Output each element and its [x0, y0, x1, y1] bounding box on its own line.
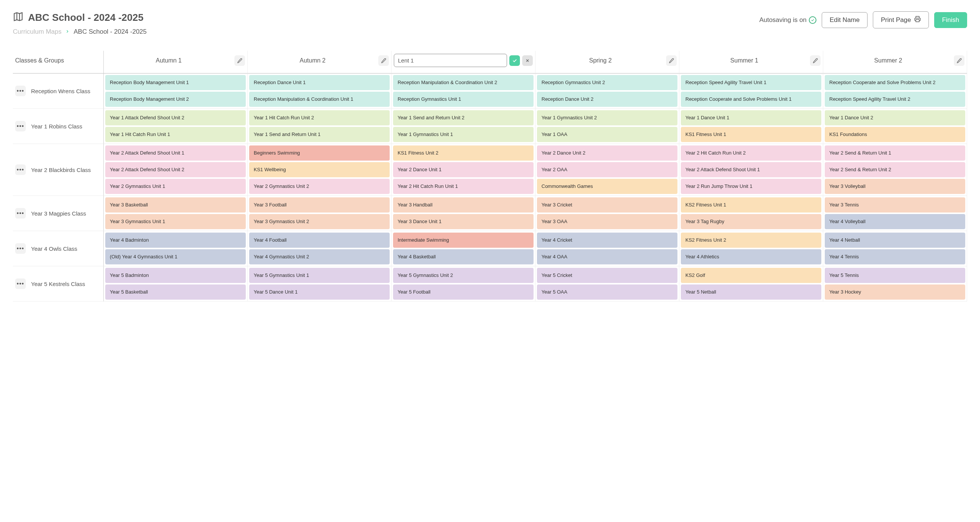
unit-chip[interactable]: Year 1 Send and Return Unit 1 — [249, 127, 390, 142]
unit-chip[interactable]: Year 3 Cricket — [537, 197, 678, 213]
unit-chip[interactable]: Reception Manipulation & Coordination Un… — [249, 92, 390, 107]
unit-chip[interactable]: KS1 Fitness Unit 1 — [681, 127, 821, 142]
unit-chip[interactable]: Year 2 Send & Return Unit 1 — [825, 145, 965, 161]
unit-chip[interactable]: Year 1 Dance Unit 1 — [681, 110, 821, 126]
row-more-button[interactable]: ••• — [15, 164, 26, 175]
unit-chip[interactable]: Year 5 Basketball — [105, 285, 246, 300]
unit-chip[interactable]: Year 5 Cricket — [537, 268, 678, 283]
unit-chip[interactable]: Year 5 Gymnastics Unit 2 — [393, 268, 533, 283]
unit-chip[interactable]: Reception Gymnastics Unit 2 — [537, 75, 678, 90]
unit-chip[interactable]: Year 4 Football — [249, 232, 390, 248]
unit-chip[interactable]: Year 5 Football — [393, 285, 533, 300]
unit-chip[interactable]: Year 2 Gymnastics Unit 2 — [249, 179, 390, 194]
unit-chip[interactable]: Year 3 Tennis — [825, 197, 965, 213]
unit-chip[interactable]: Year 4 OAA — [537, 249, 678, 264]
class-name: Year 3 Magpies Class — [31, 210, 86, 217]
unit-chip[interactable]: KS1 Wellbeing — [249, 162, 390, 177]
breadcrumb-root[interactable]: Curriculum Maps — [13, 28, 61, 36]
unit-chip[interactable]: Year 5 Dance Unit 1 — [249, 285, 390, 300]
unit-chip[interactable]: Year 4 Netball — [825, 232, 965, 248]
unit-chip[interactable]: Year 1 OAA — [537, 127, 678, 142]
unit-chip[interactable]: Year 2 Hit Catch Run Unit 2 — [681, 145, 821, 161]
unit-chip[interactable]: Year 2 OAA — [537, 162, 678, 177]
unit-chip[interactable]: Year 4 Athletics — [681, 249, 821, 264]
unit-chip[interactable]: Year 1 Attack Defend Shoot Unit 2 — [105, 110, 246, 126]
unit-chip[interactable]: Reception Speed Agility Travel Unit 1 — [681, 75, 821, 90]
unit-chip[interactable]: Year 4 Gymnastics Unit 2 — [249, 249, 390, 264]
unit-chip[interactable]: Reception Manipulation & Coordination Un… — [393, 75, 533, 90]
unit-chip[interactable]: Year 5 Badminton — [105, 268, 246, 283]
unit-chip[interactable]: KS2 Golf — [681, 268, 821, 283]
unit-chip[interactable]: Commonwealth Games — [537, 179, 678, 194]
unit-chip[interactable]: Reception Cooperate and Solve Problems U… — [825, 75, 965, 90]
term-name-input[interactable] — [394, 54, 507, 67]
grid-cell: Year 4 FootballYear 4 Gymnastics Unit 2 — [248, 231, 391, 266]
unit-chip[interactable]: Reception Cooperate and Solve Problems U… — [681, 92, 821, 107]
edit-term-button[interactable] — [234, 55, 245, 66]
unit-chip[interactable]: Year 2 Dance Unit 1 — [393, 162, 533, 177]
row-more-button[interactable]: ••• — [15, 86, 26, 96]
unit-chip[interactable]: Intermediate Swimming — [393, 232, 533, 248]
unit-chip[interactable]: Reception Body Management Unit 2 — [105, 92, 246, 107]
confirm-rename-button[interactable] — [509, 55, 520, 66]
unit-chip[interactable]: Year 5 Tennis — [825, 268, 965, 283]
cancel-rename-button[interactable] — [522, 55, 533, 66]
row-more-button[interactable]: ••• — [15, 121, 26, 131]
unit-chip[interactable]: Reception Body Management Unit 1 — [105, 75, 246, 90]
unit-chip[interactable]: (Old) Year 4 Gymnastics Unit 1 — [105, 249, 246, 264]
unit-chip[interactable]: Year 4 Basketball — [393, 249, 533, 264]
edit-term-button[interactable] — [666, 55, 677, 66]
grid-cell: Reception Dance Unit 1Reception Manipula… — [248, 73, 391, 109]
unit-chip[interactable]: Year 4 Volleyball — [825, 214, 965, 229]
edit-term-button[interactable] — [954, 55, 964, 66]
unit-chip[interactable]: Year 1 Hit Catch Run Unit 2 — [249, 110, 390, 126]
unit-chip[interactable]: Reception Gymnastics Unit 1 — [393, 92, 533, 107]
unit-chip[interactable]: Year 2 Attack Defend Shoot Unit 1 — [681, 162, 821, 177]
unit-chip[interactable]: Year 2 Send & Return Unit 2 — [825, 162, 965, 177]
unit-chip[interactable]: Year 1 Send and Return Unit 2 — [393, 110, 533, 126]
unit-chip[interactable]: Year 3 Volleyball — [825, 179, 965, 194]
grid-cell: Year 3 CricketYear 3 OAA — [535, 196, 679, 231]
unit-chip[interactable]: Year 2 Hit Catch Run Unit 1 — [393, 179, 533, 194]
unit-chip[interactable]: KS1 Foundations — [825, 127, 965, 142]
unit-chip[interactable]: Year 4 Tennis — [825, 249, 965, 264]
unit-chip[interactable]: Year 3 Gymnastics Unit 1 — [105, 214, 246, 229]
unit-chip[interactable]: KS2 Fitness Unit 1 — [681, 197, 821, 213]
unit-chip[interactable]: Year 5 OAA — [537, 285, 678, 300]
unit-chip[interactable]: KS1 Fitness Unit 2 — [393, 145, 533, 161]
unit-chip[interactable]: Year 4 Cricket — [537, 232, 678, 248]
unit-chip[interactable]: Reception Speed Agility Travel Unit 2 — [825, 92, 965, 107]
unit-chip[interactable]: Year 1 Gymnastics Unit 2 — [537, 110, 678, 126]
row-more-button[interactable]: ••• — [15, 279, 26, 289]
unit-chip[interactable]: Reception Dance Unit 1 — [249, 75, 390, 90]
unit-chip[interactable]: Year 2 Gymnastics Unit 1 — [105, 179, 246, 194]
unit-chip[interactable]: Year 2 Run Jump Throw Unit 1 — [681, 179, 821, 194]
finish-button[interactable]: Finish — [934, 12, 967, 28]
unit-chip[interactable]: Year 3 Dance Unit 1 — [393, 214, 533, 229]
edit-term-button[interactable] — [378, 55, 389, 66]
unit-chip[interactable]: Year 3 Hockey — [825, 285, 965, 300]
unit-chip[interactable]: Year 3 Tag Rugby — [681, 214, 821, 229]
unit-chip[interactable]: KS2 Fitness Unit 2 — [681, 232, 821, 248]
print-page-button[interactable]: Print Page — [873, 11, 929, 29]
unit-chip[interactable]: Year 3 Gymnastics Unit 2 — [249, 214, 390, 229]
unit-chip[interactable]: Year 4 Badminton — [105, 232, 246, 248]
unit-chip[interactable]: Year 5 Gymnastics Unit 1 — [249, 268, 390, 283]
row-more-button[interactable]: ••• — [15, 243, 26, 254]
unit-chip[interactable]: Year 3 Football — [249, 197, 390, 213]
unit-chip[interactable]: Year 1 Gymnastics Unit 1 — [393, 127, 533, 142]
unit-chip[interactable]: Year 2 Attack Defend Shoot Unit 2 — [105, 162, 246, 177]
unit-chip[interactable]: Reception Dance Unit 2 — [537, 92, 678, 107]
edit-name-button[interactable]: Edit Name — [822, 12, 867, 28]
edit-term-button[interactable] — [810, 55, 821, 66]
unit-chip[interactable]: Year 5 Netball — [681, 285, 821, 300]
unit-chip[interactable]: Year 1 Dance Unit 2 — [825, 110, 965, 126]
unit-chip[interactable]: Year 3 Basketball — [105, 197, 246, 213]
unit-chip[interactable]: Year 3 OAA — [537, 214, 678, 229]
unit-chip[interactable]: Year 1 Hit Catch Run Unit 1 — [105, 127, 246, 142]
unit-chip[interactable]: Year 2 Attack Defend Shoot Unit 1 — [105, 145, 246, 161]
row-more-button[interactable]: ••• — [15, 208, 26, 218]
unit-chip[interactable]: Year 3 Handball — [393, 197, 533, 213]
unit-chip[interactable]: Year 2 Dance Unit 2 — [537, 145, 678, 161]
unit-chip[interactable]: Beginners Swimming — [249, 145, 390, 161]
